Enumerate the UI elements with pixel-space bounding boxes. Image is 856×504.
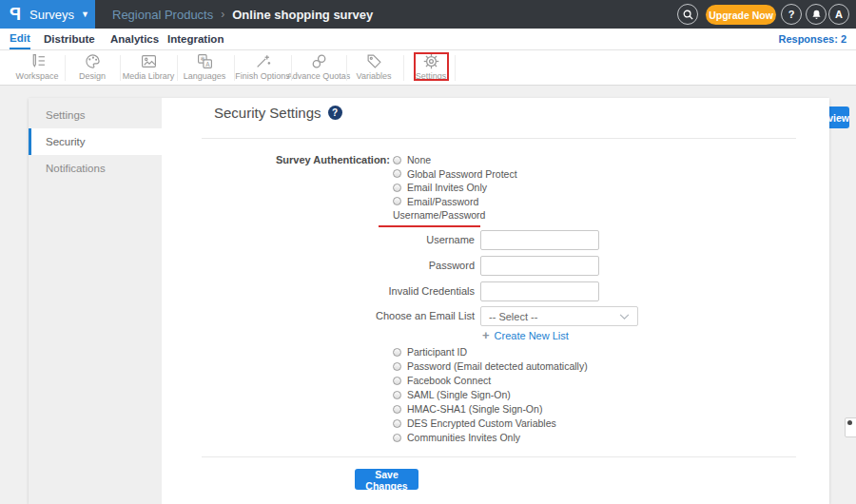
title-divider	[202, 138, 796, 139]
tab-integration[interactable]: Integration	[167, 29, 224, 49]
sidebar-item-security[interactable]: Security	[29, 128, 162, 155]
help-button[interactable]: ?	[781, 4, 802, 25]
invalid-credentials-input[interactable]	[480, 281, 599, 301]
radio-icon[interactable]	[393, 419, 401, 428]
variables-tag-icon	[366, 53, 382, 69]
languages-icon: ✻ A	[197, 53, 213, 69]
radio-option-hmac-sha1[interactable]: HMAC-SHA1 (Single Sign-On)	[393, 403, 542, 415]
invalid-credentials-label: Invalid Credentials	[337, 285, 475, 297]
responses-count[interactable]: Responses: 2	[778, 29, 846, 49]
radio-option-username-password[interactable]: Username/Password	[393, 209, 485, 221]
create-new-list-link[interactable]: + Create New List	[482, 328, 569, 342]
radio-icon[interactable]	[393, 348, 401, 357]
breadcrumb: Regional Products › Online shopping surv…	[112, 0, 373, 29]
radio-option-none[interactable]: None	[393, 154, 431, 165]
toolbar-separator	[120, 55, 121, 81]
radio-icon[interactable]	[393, 197, 401, 205]
plus-icon: +	[482, 328, 490, 342]
radio-icon[interactable]	[393, 362, 401, 371]
question-mark-icon: ?	[788, 9, 795, 20]
survey-nav-tabs: Edit Distribute Analytics Integration Re…	[0, 29, 856, 50]
settings-panel: Settings Security Notifications Security…	[29, 98, 829, 504]
email-list-label: Choose an Email List	[337, 310, 475, 321]
radio-icon[interactable]	[393, 377, 401, 385]
breadcrumb-separator-icon: ›	[221, 8, 224, 21]
edit-toolbar: Workspace Design Media Library ✻ A Langu…	[0, 50, 856, 86]
svg-text:✻: ✻	[200, 56, 204, 62]
radio-option-facebook-connect[interactable]: Facebook Connect	[393, 375, 491, 386]
toolbar-separator	[177, 55, 178, 81]
avatar-letter: A	[835, 9, 843, 20]
chevron-down-icon: ▼	[81, 10, 89, 19]
toolbar-separator	[65, 55, 66, 81]
page-title: Security Settings ?	[214, 105, 342, 121]
radio-icon[interactable]	[393, 169, 401, 178]
finish-options-wand-icon	[255, 53, 271, 69]
account-avatar[interactable]: A	[828, 4, 849, 25]
search-icon	[682, 9, 694, 21]
radio-option-des-encrypted[interactable]: DES Encrypted Custom Variables	[393, 417, 556, 429]
svg-text:A: A	[205, 61, 210, 68]
questionpro-logo: P	[10, 5, 21, 25]
radio-option-email-invites[interactable]: Email Invites Only	[393, 182, 487, 193]
radio-icon[interactable]	[393, 405, 401, 414]
upgrade-now-button[interactable]: Upgrade Now	[706, 5, 776, 25]
radio-selected-icon[interactable]	[845, 417, 856, 437]
radio-icon[interactable]	[393, 156, 401, 165]
bell-icon	[810, 9, 823, 21]
toolbar-item-languages[interactable]: ✻ A Languages	[171, 53, 238, 83]
toolbar-separator	[455, 55, 456, 81]
settings-sidebar: Settings Security Notifications	[29, 98, 162, 504]
radio-option-communities-invites[interactable]: Communities Invites Only	[393, 432, 520, 443]
tab-distribute[interactable]: Distribute	[44, 29, 95, 49]
username-input[interactable]	[480, 230, 599, 250]
radio-icon[interactable]	[393, 184, 401, 192]
chevron-down-icon	[619, 314, 630, 320]
title-help-icon[interactable]: ?	[328, 106, 342, 120]
radio-option-saml[interactable]: SAML (Single Sign-On)	[393, 389, 511, 400]
email-list-select[interactable]: -- Select --	[480, 306, 638, 326]
workspace-icon	[29, 53, 46, 69]
top-header-bar: P Surveys ▼ Regional Products › Online s…	[0, 0, 856, 29]
password-input[interactable]	[480, 256, 599, 276]
radio-option-global-password[interactable]: Global Password Protect	[393, 168, 517, 180]
radio-icon[interactable]	[393, 434, 401, 442]
breadcrumb-folder[interactable]: Regional Products	[112, 8, 213, 22]
toolbar-separator	[403, 55, 404, 81]
toolbar-separator	[234, 55, 235, 81]
quota-links-icon	[311, 53, 327, 69]
product-menu-label: Surveys	[29, 8, 74, 22]
search-button[interactable]	[677, 4, 698, 25]
radio-icon[interactable]	[393, 391, 401, 399]
notifications-button[interactable]	[806, 4, 827, 25]
radio-option-password-email-detected[interactable]: Password (Email detected automatically)	[393, 360, 588, 372]
toolbar-separator	[346, 55, 347, 81]
radio-option-participant-id[interactable]: Participant ID	[393, 346, 467, 358]
breadcrumb-survey-title: Online shopping survey	[232, 8, 373, 22]
sidebar-item-settings[interactable]: Settings	[29, 102, 162, 128]
username-label: Username	[337, 234, 475, 245]
survey-authentication-label: Survey Authentication:	[152, 154, 390, 165]
toolbar-separator	[291, 55, 292, 81]
surveys-product-menu[interactable]: P Surveys ▼	[0, 0, 95, 29]
password-label: Password	[337, 260, 475, 271]
sidebar-item-notifications[interactable]: Notifications	[29, 155, 162, 182]
selected-option-annotation	[379, 225, 480, 227]
media-library-icon	[141, 53, 157, 69]
radio-option-email-password[interactable]: Email/Password	[393, 196, 478, 207]
tab-analytics[interactable]: Analytics	[110, 29, 159, 49]
bottom-divider	[202, 456, 796, 457]
tab-edit[interactable]: Edit	[10, 29, 30, 49]
design-palette-icon	[85, 53, 101, 69]
settings-gear-icon	[423, 53, 439, 69]
save-changes-button[interactable]: Save Changes	[355, 469, 418, 490]
